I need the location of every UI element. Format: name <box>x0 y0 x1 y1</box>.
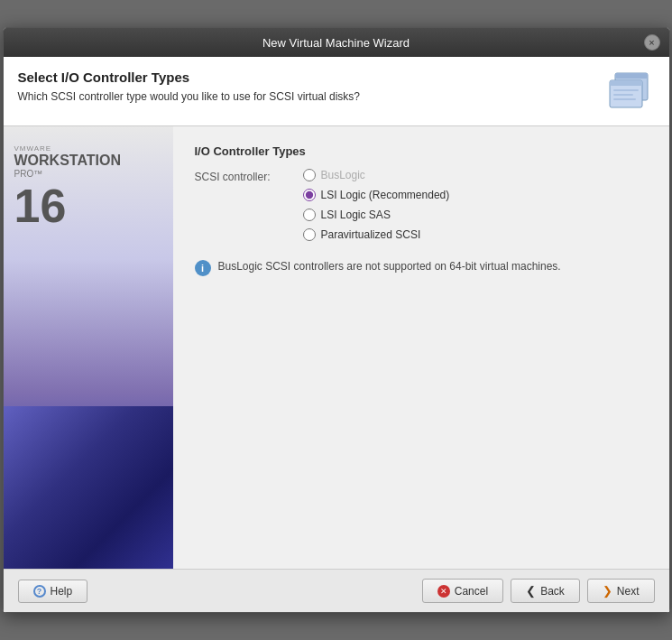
radio-option-paravirtualized[interactable]: Paravirtualized SCSI <box>303 228 450 241</box>
next-icon: ❯ <box>603 584 612 598</box>
next-button[interactable]: ❯ Next <box>587 579 655 603</box>
io-controller-section: I/O Controller Types SCSI controller: Bu… <box>195 144 648 276</box>
paravirtualized-radio[interactable] <box>303 228 316 241</box>
lsi-logic-label: LSI Logic (Recommended) <box>321 189 450 201</box>
svg-rect-3 <box>610 80 642 86</box>
info-text: BusLogic SCSI controllers are not suppor… <box>218 259 561 274</box>
vmware-label: VMWARE <box>14 144 122 153</box>
info-box: i BusLogic SCSI controllers are not supp… <box>195 259 648 276</box>
cancel-button[interactable]: ✕ Cancel <box>422 579 503 603</box>
svg-rect-6 <box>613 98 636 100</box>
main-content: I/O Controller Types SCSI controller: Bu… <box>173 126 669 569</box>
header-subtitle: Which SCSI controller type would you lik… <box>18 90 361 103</box>
buslogic-label: BusLogic <box>321 169 365 181</box>
sidebar-logo: VMWARE WORKSTATION PRO™ 16 <box>14 144 122 229</box>
svg-rect-5 <box>613 94 633 96</box>
header-text: Select I/O Controller Types Which SCSI c… <box>18 70 361 103</box>
radio-option-lsi-logic[interactable]: LSI Logic (Recommended) <box>303 189 450 201</box>
radio-option-lsi-logic-sas[interactable]: LSI Logic SAS <box>303 209 450 221</box>
footer: ? Help ✕ Cancel ❮ Back ❯ Next <box>4 569 669 612</box>
title-bar: New Virtual Machine Wizard × <box>4 28 669 57</box>
lsi-logic-sas-label: LSI Logic SAS <box>321 209 391 221</box>
back-button[interactable]: ❮ Back <box>511 579 580 603</box>
lsi-logic-radio[interactable] <box>303 189 316 201</box>
svg-rect-4 <box>613 89 639 91</box>
io-controller-title: I/O Controller Types <box>195 144 648 158</box>
radio-option-buslogic[interactable]: BusLogic <box>303 169 450 181</box>
new-vm-wizard-dialog: New Virtual Machine Wizard × Select I/O … <box>3 27 670 613</box>
header-section: Select I/O Controller Types Which SCSI c… <box>4 57 669 126</box>
help-icon: ? <box>33 585 46 598</box>
product-label: WORKSTATION <box>14 153 122 169</box>
scsi-row: SCSI controller: BusLogic LSI Logic (Rec… <box>195 169 648 241</box>
version-label: 16 <box>14 182 122 229</box>
help-button[interactable]: ? Help <box>18 580 88 603</box>
buslogic-radio[interactable] <box>303 169 316 181</box>
vm-icon <box>606 70 655 113</box>
paravirtualized-label: Paravirtualized SCSI <box>321 228 421 241</box>
footer-left: ? Help <box>18 580 88 603</box>
dialog-body: Select I/O Controller Types Which SCSI c… <box>4 57 669 612</box>
sidebar: VMWARE WORKSTATION PRO™ 16 <box>4 126 173 569</box>
info-icon: i <box>195 260 211 276</box>
close-button[interactable]: × <box>644 34 660 51</box>
dialog-title: New Virtual Machine Wizard <box>29 36 644 50</box>
cancel-icon: ✕ <box>437 585 450 598</box>
lsi-logic-sas-radio[interactable] <box>303 209 316 221</box>
footer-right: ✕ Cancel ❮ Back ❯ Next <box>422 579 655 603</box>
svg-rect-1 <box>615 73 648 79</box>
content-area: VMWARE WORKSTATION PRO™ 16 I/O Controlle… <box>4 126 669 569</box>
edition-label: PRO™ <box>14 169 122 179</box>
header-title: Select I/O Controller Types <box>18 70 361 85</box>
scsi-label: SCSI controller: <box>195 169 303 183</box>
back-icon: ❮ <box>526 584 536 598</box>
radio-options: BusLogic LSI Logic (Recommended) LSI Log… <box>303 169 450 241</box>
